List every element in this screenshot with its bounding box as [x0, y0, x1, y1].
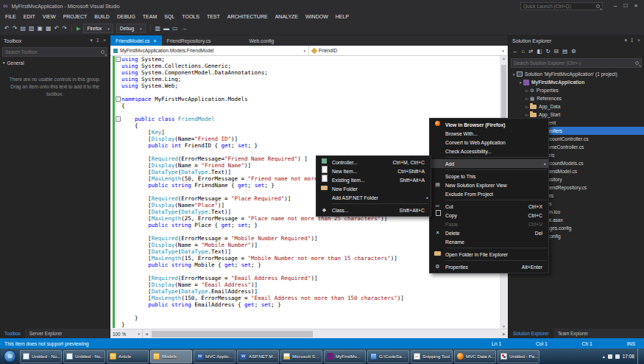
document-tab-friendrepository-cs[interactable]: FriendRepository.cs — [162, 35, 216, 46]
menu-item-exclude-from-project[interactable]: Exclude From Project — [430, 189, 548, 198]
menu-item-new-folder[interactable]: New Folder — [316, 184, 431, 193]
toolbox-header[interactable]: Toolbox ▾↧× — [0, 35, 110, 46]
solution-search-box[interactable] — [511, 58, 642, 68]
menu-item-paste[interactable]: PasteCtrl+V — [430, 220, 548, 228]
close-icon[interactable]: × — [103, 38, 106, 43]
window-position-icon[interactable]: ▾ — [91, 38, 93, 43]
navigate-forward-icon[interactable]: ↷ — [11, 22, 19, 35]
taskbar-button-g-codesam[interactable]: G:\CodeSam... — [367, 350, 409, 363]
back-icon[interactable]: ← — [512, 48, 518, 55]
save-icon[interactable]: ▣ — [36, 22, 45, 35]
taskbar-button-article[interactable]: Article — [107, 350, 149, 363]
solution-configuration-dropdown[interactable]: Debug ▾ — [116, 24, 146, 33]
redo-icon[interactable]: ↷ — [60, 22, 68, 35]
scroll-right-icon[interactable]: ▶ — [500, 332, 508, 336]
tree-item-properties[interactable]: ▷⚙Properties — [509, 86, 644, 94]
menu-item-new-solution-explorer-view[interactable]: ▤New Solution Explorer View — [430, 181, 548, 189]
menu-item-rename[interactable]: Rename — [430, 237, 548, 246]
tree-item-solution-myfirstmvcapplication-1-project[interactable]: ▾Solution 'MyFirstMvcApplication' (1 pro… — [509, 70, 644, 78]
expand-icon[interactable]: ▷ — [524, 113, 530, 117]
toolbox-search-input[interactable] — [5, 49, 101, 55]
collapse-toggle-icon[interactable]: – — [116, 97, 121, 102]
collapse-icon[interactable]: ▾ — [517, 80, 523, 85]
taskbar-button-untitled-no[interactable]: Untitled - No... — [20, 350, 62, 363]
tree-item-myfirstmvcapplication[interactable]: ▾MyFirstMvcApplication — [509, 78, 644, 86]
menu-item-cut[interactable]: ✂CutCtrl+X — [430, 202, 548, 211]
expand-icon[interactable]: ▷ — [524, 88, 530, 93]
scroll-up-icon[interactable]: ▲ — [500, 56, 508, 60]
navigate-backward-icon[interactable]: ↶ — [3, 22, 11, 35]
toolbox-group-general[interactable]: ▾ General — [0, 58, 110, 67]
show-all-files-icon[interactable]: ▤ — [562, 48, 567, 55]
home-icon[interactable]: ⌂ — [522, 48, 526, 55]
solution-search-input[interactable] — [514, 60, 635, 66]
scroll-left-icon[interactable]: ◀ — [143, 332, 150, 336]
taskbar-button-snipping-tool[interactable]: Snipping Tool — [411, 350, 453, 363]
dock-tab-toolbox[interactable]: Toolbox — [0, 329, 25, 338]
browse-target-dropdown[interactable]: Firefox ▾ — [83, 24, 113, 33]
document-tab-friendmodel-cs[interactable]: FriendModel.cs× — [110, 35, 162, 46]
menu-project[interactable]: PROJECT — [60, 12, 91, 22]
expand-icon[interactable]: ▷ — [524, 105, 530, 109]
collapse-icon[interactable]: ▾ — [511, 72, 517, 77]
taskbar-button-untitled-pa[interactable]: Untitled - Pa... — [498, 350, 539, 363]
quick-launch-input[interactable] — [523, 4, 591, 9]
new-file-icon[interactable]: ▤ — [18, 22, 27, 35]
taskbar-button-models[interactable]: Models — [150, 350, 192, 363]
menu-build[interactable]: BUILD — [91, 12, 113, 22]
open-file-icon[interactable]: ▧ — [27, 22, 36, 35]
taskbar-button-microsoft-sq[interactable]: Microsoft SQ... — [280, 350, 322, 363]
menu-team[interactable]: TEAM — [139, 12, 160, 22]
menu-item-scope-to-this[interactable]: Scope to This — [430, 172, 548, 181]
menu-item-properties[interactable]: ⚙PropertiesAlt+Enter — [430, 262, 548, 271]
member-dropdown[interactable]: FriendID ▾ — [309, 46, 508, 55]
menu-item-view-in-browser-firefox[interactable]: View in Browser (Firefox) — [430, 120, 548, 129]
collapse-all-icon[interactable]: ⊟ — [554, 48, 559, 55]
menu-item-add-asp-net-folder[interactable]: Add ASP.NET Folder▸ — [316, 193, 431, 202]
window-position-icon[interactable]: ▾ — [625, 38, 628, 43]
horizontal-scrollbar-thumb[interactable] — [152, 331, 313, 337]
pin-icon[interactable]: ↧ — [630, 38, 634, 43]
comment-icon[interactable]: ▬ — [162, 22, 171, 35]
taskbar-button-mvc-data-a[interactable]: MVC Data A... — [454, 350, 496, 363]
expand-icon[interactable]: ▷ — [524, 97, 530, 101]
menu-item-class[interactable]: ◆Class...Shift+Alt+C — [316, 206, 431, 214]
menu-item-existing-item[interactable]: Existing Item...Shift+Alt+A — [316, 175, 431, 184]
line-indent-icon[interactable]: → — [180, 22, 188, 35]
menu-analyze[interactable]: ANALYZE — [272, 12, 302, 22]
collapse-toggle-icon[interactable]: – — [116, 116, 121, 122]
menu-item-new-item[interactable]: New Item...Ctrl+Shift+A — [316, 167, 431, 175]
tree-item-app-data[interactable]: ▷App_Data — [509, 102, 644, 111]
close-icon[interactable]: × — [637, 38, 640, 43]
tray-status-icon[interactable] — [608, 354, 612, 359]
menu-debug[interactable]: DEBUG — [113, 12, 139, 22]
menu-item-delete[interactable]: ×DeleteDel — [430, 228, 548, 237]
menu-edit[interactable]: EDIT — [20, 12, 39, 22]
scroll-down-icon[interactable]: ▼ — [500, 324, 508, 329]
toolbox-search-box[interactable] — [2, 47, 107, 57]
tray-status-icon[interactable] — [615, 354, 620, 359]
solution-explorer-header[interactable]: Solution Explorer ▾↧× — [509, 35, 644, 46]
refresh-icon[interactable]: ↻ — [545, 48, 550, 55]
dock-tab-solution-explorer[interactable]: Solution Explorer — [509, 329, 553, 338]
taskbar-button-mvc-applica[interactable]: MVC Applica... — [194, 350, 236, 363]
menu-item-controller[interactable]: Controller...Ctrl+M, Ctrl+C — [316, 158, 431, 167]
show-desktop-button[interactable] — [637, 349, 641, 364]
dock-tab-server-explorer[interactable]: Server Explorer — [25, 329, 66, 338]
save-all-icon[interactable]: ▦ — [44, 22, 53, 35]
uncomment-icon[interactable]: ▭ — [171, 22, 180, 35]
menu-window[interactable]: WINDOW — [302, 12, 332, 22]
close-icon[interactable]: × — [631, 0, 641, 12]
menu-item-convert-to-web-application[interactable]: Convert to Web Application — [430, 138, 548, 147]
menu-test[interactable]: TEST — [203, 12, 224, 22]
menu-item-check-accessibility[interactable]: Check Accessibility... — [430, 147, 548, 155]
show-hidden-icons-icon[interactable]: ▴ — [603, 354, 605, 359]
menu-architecture[interactable]: ARCHITECTURE — [224, 12, 272, 22]
menu-view[interactable]: VIEW — [39, 12, 60, 22]
document-tab-web-config[interactable]: Web.config — [244, 35, 280, 46]
properties-icon[interactable]: ⚙ — [571, 48, 576, 55]
horizontal-scrollbar[interactable] — [150, 329, 500, 339]
taskbar-clock[interactable]: 17:08 — [623, 354, 634, 359]
dock-tab-team-explorer[interactable]: Team Explorer — [553, 329, 592, 338]
start-debug-icon[interactable]: ▶ — [75, 26, 82, 32]
